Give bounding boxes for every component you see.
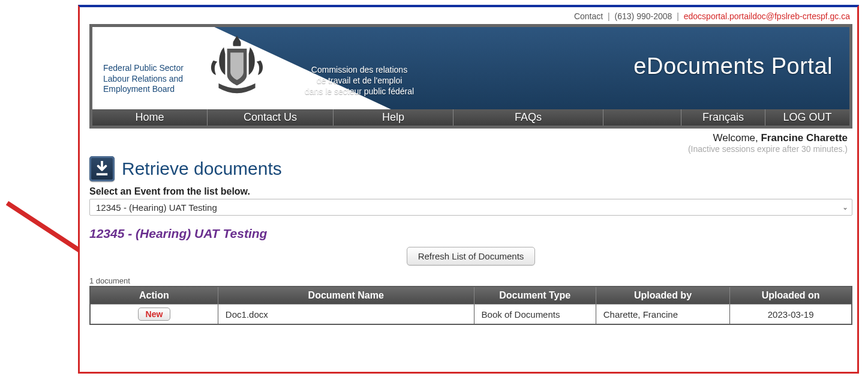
event-select[interactable]: 12345 - (Hearing) UAT Testing ⌄ [89,199,852,216]
nav-home[interactable]: Home [92,109,208,126]
documents-table: Action Document Name Document Type Uploa… [89,286,852,325]
document-count: 1 document [89,276,852,285]
svg-rect-3 [97,173,107,175]
commission-line: de travail et de l'emploi [317,76,403,85]
nav-contact-us[interactable]: Contact Us [208,109,334,126]
page-title: Retrieve documents [122,159,282,179]
contact-email-link[interactable]: edocsportal.portaildoc@fpslreb-crtespf.g… [684,11,850,21]
page-heading: Retrieve documents [89,156,852,181]
contact-label: Contact [574,11,603,21]
session-expiry-note: (Inactive sessions expire after 30 minut… [89,144,848,154]
portal-title: eDocuments Portal [633,53,833,79]
banner: Federal Public Sector Labour Relations a… [89,24,852,109]
refresh-documents-button[interactable]: Refresh List of Documents [407,247,536,265]
col-uploaded-on: Uploaded on [730,286,852,305]
event-select-value: 12345 - (Hearing) UAT Testing [96,202,217,213]
cell-document-type: Book of Documents [474,305,596,325]
separator: | [608,11,610,21]
commission-line: Commission des relations [311,65,407,74]
col-action: Action [90,286,218,305]
org-line: Federal Public Sector [103,63,184,73]
org-line: Employment Board [103,84,175,94]
welcome-block: Welcome, Francine Charette (Inactive ses… [89,132,852,154]
welcome-user-name: Francine Charette [761,132,848,144]
coat-of-arms-icon [202,34,272,106]
nav-logout[interactable]: LOG OUT [765,109,849,126]
main-nav: Home Contact Us Help FAQs Français LOG O… [89,109,852,129]
org-line: Labour Relations and [103,74,183,83]
cell-action: New [90,305,218,325]
app-window: Contact | (613) 990-2008 | edocsportal.p… [78,5,859,374]
refresh-wrap: Refresh List of Documents [89,247,852,265]
nav-spacer [603,109,681,126]
contact-phone: (613) 990-2008 [615,11,672,21]
col-document-name: Document Name [218,286,474,305]
nav-help[interactable]: Help [334,109,453,126]
nav-faqs[interactable]: FAQs [453,109,603,126]
nav-language[interactable]: Français [681,109,765,126]
table-row: New Doc1.docx Book of Documents Charette… [90,305,852,325]
commission-line: dans le secteur public fédéral [305,86,414,96]
col-document-type: Document Type [474,286,596,305]
chevron-down-icon: ⌄ [842,203,848,211]
page-root: Contact | (613) 990-2008 | edocsportal.p… [0,0,868,382]
selected-event-title: 12345 - (Hearing) UAT Testing [89,226,852,241]
download-icon [89,156,115,181]
welcome-prefix: Welcome, [713,132,761,144]
separator: | [677,11,679,21]
col-uploaded-by: Uploaded by [596,286,730,305]
svg-rect-2 [233,42,241,46]
cell-uploaded-on: 2023-03-19 [730,305,852,325]
cell-document-name: Doc1.docx [218,305,474,325]
welcome-message: Welcome, Francine Charette [89,132,848,144]
event-select-label: Select an Event from the list below. [89,186,852,197]
cell-uploaded-by: Charette, Francine [596,305,730,325]
new-document-button[interactable]: New [138,308,171,321]
org-name: Federal Public Sector Labour Relations a… [103,63,193,95]
table-header-row: Action Document Name Document Type Uploa… [90,286,852,305]
contact-bar: Contact | (613) 990-2008 | edocsportal.p… [89,11,852,24]
commission-name: Commission des relations de travail et d… [281,64,437,97]
